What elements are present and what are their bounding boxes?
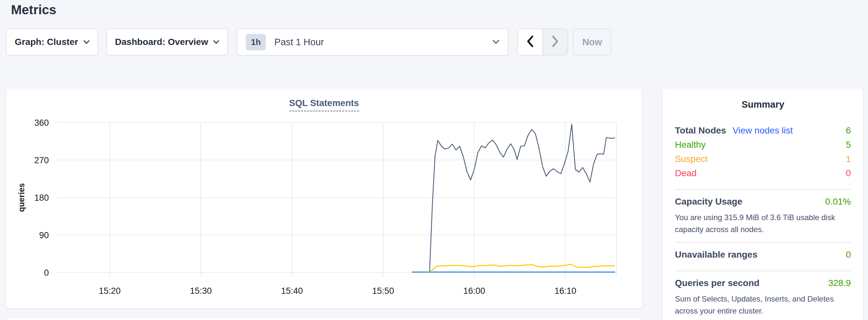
summary-value-unavailable-ranges: 0: [846, 250, 851, 260]
next-chart-card: [6, 317, 642, 320]
now-button[interactable]: Now: [573, 29, 611, 55]
summary-label-total-nodes: Total Nodes: [675, 125, 726, 136]
svg-text:270: 270: [34, 156, 49, 165]
summary-value-total-nodes: 6: [846, 125, 851, 136]
dashboard-dropdown[interactable]: Dashboard: Overview: [107, 29, 228, 55]
chevron-down-icon: [213, 40, 219, 44]
next-timespan-button[interactable]: [542, 29, 567, 55]
time-range-badge: 1h: [246, 34, 266, 51]
summary-row-unavailable-ranges: Unavailable ranges0: [675, 250, 851, 264]
sql-statements-chart-card: SQL Statements 09018027036015:2015:3015:…: [6, 88, 642, 309]
summary-value-dead: 0: [846, 168, 851, 179]
summary-row-suspect: Suspect1: [675, 154, 851, 168]
graph-dropdown[interactable]: Graph: Cluster: [6, 29, 98, 55]
summary-value-healthy: 5: [846, 140, 851, 150]
summary-row-capacity-usage: Capacity Usage0.01%: [675, 196, 851, 211]
chart-title[interactable]: SQL Statements: [289, 98, 359, 111]
time-range-selector[interactable]: 1h Past 1 Hour: [237, 29, 508, 55]
time-range-label: Past 1 Hour: [274, 37, 484, 47]
summary-value-capacity-usage: 0.01%: [825, 196, 851, 207]
svg-text:15:50: 15:50: [372, 286, 394, 296]
metrics-page: { "page": { "title": "Metrics" }, "toolb…: [0, 0, 868, 320]
time-step-buttons: [518, 29, 568, 55]
chevron-right-icon: [551, 35, 559, 49]
summary-rows: Total NodesView nodes list6Healthy5Suspe…: [663, 125, 863, 317]
summary-label-healthy: Healthy: [675, 140, 706, 150]
summary-subtext-capacity-usage: You are using 315.9 MiB of 3.6 TiB usabl…: [675, 212, 851, 235]
summary-value-queries-per-second: 328.9: [828, 278, 851, 288]
summary-divider: [675, 242, 851, 243]
sql-statements-chart-svg[interactable]: 09018027036015:2015:3015:4015:5016:0016:…: [6, 88, 643, 309]
chevron-down-icon: [84, 40, 90, 44]
svg-text:0: 0: [44, 268, 49, 278]
dark-slate-line: [430, 124, 615, 271]
svg-text:15:40: 15:40: [281, 286, 303, 296]
summary-row-healthy: Healthy5: [675, 140, 851, 154]
svg-text:90: 90: [39, 230, 49, 240]
summary-value-suspect: 1: [846, 154, 851, 164]
summary-label-dead: Dead: [675, 168, 696, 179]
dashboard-dropdown-label: Dashboard: Overview: [115, 37, 208, 47]
summary-row-total-nodes: Total NodesView nodes list6: [675, 125, 851, 140]
svg-text:360: 360: [34, 118, 49, 128]
svg-text:15:20: 15:20: [99, 286, 121, 296]
summary-divider: [675, 270, 851, 271]
svg-text:15:30: 15:30: [190, 286, 212, 296]
graph-dropdown-label: Graph: Cluster: [14, 37, 78, 47]
summary-row-dead: Dead0: [675, 168, 851, 182]
toolbar: Graph: Cluster Dashboard: Overview 1h Pa…: [0, 29, 868, 55]
chevron-down-icon: [493, 40, 499, 44]
summary-panel: Summary Total NodesView nodes list6Healt…: [662, 88, 864, 320]
summary-title: Summary: [663, 88, 863, 110]
svg-text:queries: queries: [17, 183, 26, 212]
chart-title-row: SQL Statements: [6, 98, 642, 111]
summary-row-queries-per-second: Queries per second328.9: [675, 278, 851, 292]
summary-divider: [675, 189, 851, 190]
page-title: Metrics: [11, 3, 56, 17]
summary-label-queries-per-second: Queries per second: [675, 278, 760, 288]
summary-label-suspect: Suspect: [675, 154, 708, 164]
chevron-left-icon: [526, 35, 534, 49]
summary-label-unavailable-ranges: Unavailable ranges: [675, 250, 757, 260]
yellow-line: [412, 264, 615, 272]
previous-timespan-button[interactable]: [518, 29, 542, 55]
summary-label-capacity-usage: Capacity Usage: [675, 196, 743, 207]
svg-text:16:10: 16:10: [554, 286, 576, 296]
svg-text:180: 180: [34, 193, 49, 203]
summary-subtext-queries-per-second: Sum of Selects, Updates, Inserts, and De…: [675, 293, 851, 317]
view-nodes-list-link[interactable]: View nodes list: [733, 125, 793, 136]
svg-text:16:00: 16:00: [463, 286, 486, 296]
